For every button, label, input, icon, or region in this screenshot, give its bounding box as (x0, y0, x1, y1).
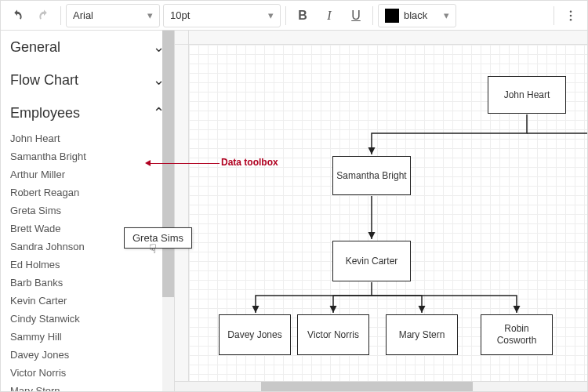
drag-ghost[interactable]: Greta Sims (124, 227, 192, 249)
employees-list: John Heart Samantha Bright Arthur Miller… (1, 129, 174, 392)
section-label: Flow Chart (10, 72, 78, 89)
scrollbar-thumb[interactable] (162, 31, 174, 297)
bold-button[interactable]: B (291, 4, 314, 27)
chevron-down-icon: ▾ (268, 9, 274, 21)
sidebar: General ⌄ Flow Chart ⌄ Employees ⌃ John … (1, 31, 175, 392)
node-label: Mary Stern (399, 329, 445, 341)
section-flowchart[interactable]: Flow Chart ⌄ (1, 64, 174, 96)
font-size-value: 10pt (170, 9, 190, 21)
ruler-corner (175, 31, 189, 45)
underline-icon: U (351, 9, 361, 23)
canvas-area: John Heart Samantha Bright Kevin Carter … (175, 31, 587, 392)
node-label: Robin Cosworth (485, 323, 549, 347)
annotation-arrow-icon (145, 160, 151, 166)
color-swatch (385, 9, 399, 23)
more-options-button[interactable] (559, 4, 583, 27)
diagram-canvas[interactable]: John Heart Samantha Bright Kevin Carter … (189, 45, 587, 381)
list-item[interactable]: Robert Reagan (10, 183, 165, 201)
org-node-robin-cosworth[interactable]: Robin Cosworth (481, 314, 553, 355)
horizontal-scrollbar[interactable] (175, 381, 587, 392)
list-item[interactable]: John Heart (10, 129, 165, 147)
svg-point-0 (570, 10, 572, 13)
annotation-line (151, 163, 220, 164)
underline-button[interactable]: U (344, 4, 368, 27)
horizontal-ruler (189, 31, 587, 45)
svg-point-2 (570, 18, 572, 20)
separator (372, 6, 373, 25)
node-label: John Heart (504, 89, 550, 101)
org-node-mary-stern[interactable]: Mary Stern (386, 314, 458, 355)
scrollbar-thumb[interactable] (261, 382, 473, 392)
node-label: Davey Jones (227, 329, 281, 341)
node-label: Victor Norris (307, 329, 359, 341)
chevron-down-icon: ▾ (444, 9, 449, 21)
section-label: General (10, 39, 60, 56)
list-item[interactable]: Mary Stern (10, 382, 165, 392)
italic-button[interactable]: I (318, 4, 341, 27)
list-item[interactable]: Barb Banks (10, 274, 165, 292)
list-item[interactable]: Kevin Carter (10, 292, 165, 310)
node-label: Samantha Bright (336, 170, 406, 182)
color-value: black (404, 9, 427, 21)
org-node-john-heart[interactable]: John Heart (488, 76, 566, 114)
font-size-select[interactable]: 10pt ▾ (163, 4, 281, 27)
section-employees[interactable]: Employees ⌃ (1, 96, 174, 129)
section-general[interactable]: General ⌄ (1, 31, 174, 64)
vertical-ruler (175, 45, 189, 381)
undo-icon (10, 9, 24, 23)
list-item[interactable]: Victor Norris (10, 364, 165, 382)
separator (554, 6, 554, 25)
bold-icon: B (298, 9, 307, 23)
separator (285, 6, 286, 25)
color-select[interactable]: black ▾ (378, 4, 456, 27)
org-node-davey-jones[interactable]: Davey Jones (219, 314, 291, 355)
undo-button[interactable] (5, 4, 29, 27)
org-node-kevin-carter[interactable]: Kevin Carter (332, 241, 411, 281)
list-item[interactable]: Sammy Hill (10, 328, 165, 346)
node-label: Kevin Carter (346, 256, 398, 267)
redo-icon (37, 9, 51, 23)
list-item[interactable]: Cindy Stanwick (10, 310, 165, 328)
redo-button[interactable] (32, 4, 56, 27)
vertical-dots-icon (564, 9, 578, 23)
list-item[interactable]: Davey Jones (10, 346, 165, 364)
font-family-select[interactable]: Arial ▾ (66, 4, 160, 27)
sidebar-scrollbar[interactable] (162, 31, 174, 392)
svg-point-1 (570, 14, 572, 16)
drag-ghost-label: Greta Sims (132, 232, 183, 244)
list-item[interactable]: Ed Holmes (10, 256, 165, 274)
chevron-down-icon: ▾ (147, 9, 153, 21)
org-node-victor-norris[interactable]: Victor Norris (297, 314, 369, 355)
list-item[interactable]: Arthur Miller (10, 165, 165, 183)
org-node-samantha-bright[interactable]: Samantha Bright (332, 156, 411, 195)
separator (60, 6, 61, 25)
list-item[interactable]: Greta Sims (10, 201, 165, 220)
section-label: Employees (10, 105, 80, 122)
cursor-pointer-icon: ☟ (149, 241, 157, 256)
toolbar: Arial ▾ 10pt ▾ B I U black ▾ (1, 1, 587, 31)
italic-icon: I (327, 9, 331, 23)
annotation-label: Data toolbox (221, 157, 278, 168)
list-item[interactable]: Samantha Bright (10, 147, 165, 165)
font-family-value: Arial (73, 9, 93, 21)
